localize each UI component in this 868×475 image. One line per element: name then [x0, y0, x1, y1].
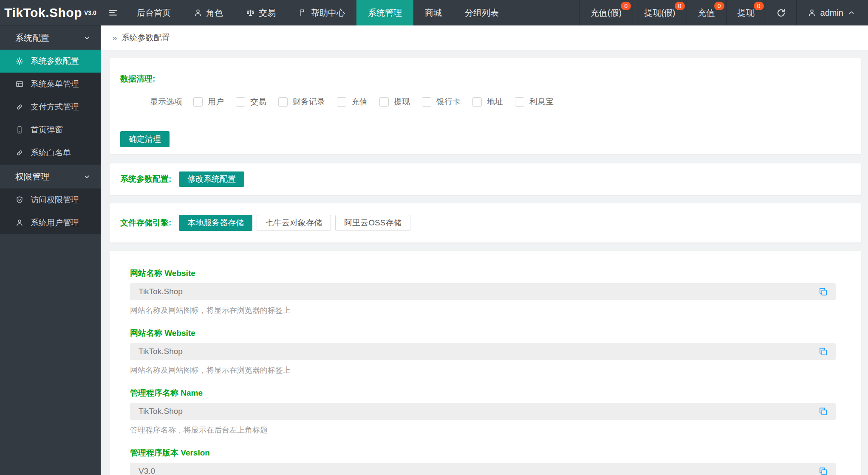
storage-engine-card: 文件存储引擎: 本地服务器存储 七牛云对象存储 阿里云OSS存储: [109, 203, 862, 243]
user-icon: [194, 8, 202, 17]
sidebar-section-system-config[interactable]: 系统配置: [0, 25, 101, 50]
copy-icon[interactable]: [818, 287, 828, 297]
flag-icon: [299, 8, 307, 17]
sidebar-item-access-permission-management[interactable]: 访问权限管理: [0, 188, 101, 211]
gear-icon: [15, 57, 24, 65]
link-icon: [15, 103, 24, 111]
sidebar-item-payment-method-management[interactable]: 支付方式管理: [0, 96, 101, 118]
menu-grid-icon: [15, 80, 24, 88]
options-label: 显示选项: [150, 96, 182, 107]
admin-version-input[interactable]: [130, 463, 836, 475]
sidebar-section-permission-items: 访问权限管理 系统用户管理: [0, 188, 101, 234]
withdraw-button[interactable]: 提现 0: [726, 0, 766, 25]
field-help-text: 管理程序名称，将显示在后台左上角标题: [130, 425, 836, 435]
breadcrumb-chevrons-icon: »: [112, 33, 117, 43]
field-help-text: 网站名称及网站图标，将显示在浏览器的标签上: [130, 365, 836, 375]
storage-aliyun-oss-button[interactable]: 阿里云OSS存储: [335, 215, 410, 231]
nav-item-group-list[interactable]: 分组列表: [453, 0, 510, 25]
nav-item-system-management[interactable]: 系统管理: [356, 0, 413, 25]
field-help-text: 网站名称及网站图标，将显示在浏览器的标签上: [130, 305, 836, 315]
phone-icon: [15, 126, 24, 134]
sidebar-item-home-popup[interactable]: 首页弹窗: [0, 118, 101, 141]
recharge-count-badge: 0: [714, 2, 724, 10]
hamburger-icon: [108, 8, 118, 18]
app-title: TikTok.Shop: [4, 6, 82, 20]
nav-item-mall[interactable]: 商城: [413, 0, 453, 25]
input-wrap: [130, 463, 836, 475]
checkbox-bank-card[interactable]: 银行卡: [422, 96, 461, 107]
checkbox-trades[interactable]: 交易: [236, 96, 266, 107]
app-logo: TikTok.Shop V3.0: [0, 0, 101, 25]
input-wrap: [130, 283, 836, 300]
recharge-fake-button[interactable]: 充值(假) 0: [579, 0, 633, 25]
field-label: 管理程序名称 Name: [130, 388, 836, 399]
content-area: 数据清理: 显示选项 用户 交易 财务记录: [101, 50, 868, 475]
chevron-down-icon: [83, 34, 90, 42]
sidebar: 系统配置 系统参数配置 系统菜单管理 支付: [0, 25, 101, 475]
copy-icon[interactable]: [818, 467, 828, 475]
confirm-cleanup-button[interactable]: 确定清理: [120, 131, 170, 147]
checkbox-box[interactable]: [379, 97, 389, 107]
topbar-right: 充值(假) 0 提现(假) 0 充值 0 提现 0 admin: [579, 0, 868, 25]
recharge-button[interactable]: 充值 0: [687, 0, 726, 25]
checkbox-financial-records[interactable]: 财务记录: [278, 96, 325, 107]
checkbox-box[interactable]: [422, 97, 431, 107]
checkbox-interest-treasure[interactable]: 利息宝: [515, 96, 554, 107]
checkbox-box[interactable]: [193, 97, 203, 107]
cleanup-options-row: 显示选项 用户 交易 财务记录 充值: [150, 96, 851, 107]
topbar: TikTok.Shop V3.0 后台首页 角色 交易 帮助中心: [0, 0, 868, 25]
website-name-input-2[interactable]: [130, 343, 836, 360]
withdraw-count-badge: 0: [754, 2, 764, 10]
nav-item-trades[interactable]: 交易: [235, 0, 287, 25]
checkbox-recharge[interactable]: 充值: [337, 96, 368, 107]
website-name-input-1[interactable]: [130, 283, 836, 300]
nav-item-help-center[interactable]: 帮助中心: [287, 0, 356, 25]
storage-engine-options: 本地服务器存储 七牛云对象存储 阿里云OSS存储: [179, 215, 410, 231]
checkbox-box[interactable]: [337, 97, 346, 107]
copy-icon[interactable]: [818, 407, 828, 416]
field-admin-version: 管理程序版本 Version 管理程序版本，将显示在后台左上角标题: [130, 447, 836, 475]
scales-icon: [246, 8, 255, 17]
checkbox-address[interactable]: 地址: [472, 96, 503, 107]
sidebar-item-system-whitelist[interactable]: 系统白名单: [0, 141, 101, 164]
withdraw-fake-button[interactable]: 提现(假) 0: [633, 0, 686, 25]
user-icon: [808, 8, 816, 17]
admin-name-input[interactable]: [130, 403, 836, 420]
sidebar-section-permission-management[interactable]: 权限管理: [0, 164, 101, 188]
recharge-fake-count-badge: 0: [621, 2, 631, 10]
refresh-icon: [776, 8, 786, 18]
sidebar-toggle-button[interactable]: [101, 0, 125, 25]
breadcrumb: » 系统参数配置: [101, 25, 868, 50]
nav-item-roles[interactable]: 角色: [182, 0, 235, 25]
refresh-button[interactable]: [766, 0, 796, 25]
modify-system-config-button[interactable]: 修改系统配置: [179, 171, 244, 187]
system-param-config-card: 系统参数配置: 修改系统配置: [109, 163, 862, 195]
checkbox-box[interactable]: [472, 97, 482, 107]
checkbox-box[interactable]: [278, 97, 288, 107]
withdraw-fake-count-badge: 0: [675, 2, 685, 10]
field-label: 管理程序版本 Version: [130, 447, 836, 458]
nav-item-dashboard[interactable]: 后台首页: [125, 0, 182, 25]
checkbox-withdraw[interactable]: 提现: [379, 96, 410, 107]
user-menu[interactable]: admin: [796, 0, 868, 25]
checkbox-users[interactable]: 用户: [193, 96, 224, 107]
sidebar-item-system-param-config[interactable]: 系统参数配置: [0, 50, 101, 73]
checkbox-box[interactable]: [236, 97, 245, 107]
link-icon: [15, 149, 24, 157]
system-param-config-label: 系统参数配置:: [120, 174, 171, 185]
storage-local-server-button[interactable]: 本地服务器存储: [179, 215, 252, 231]
field-website-name-1: 网站名称 Website 网站名称及网站图标，将显示在浏览器的标签上: [130, 268, 836, 315]
app-version: V3.0: [84, 9, 96, 16]
main-content: » 系统参数配置 数据清理: 显示选项 用户 交易: [101, 25, 868, 475]
sidebar-item-system-user-management[interactable]: 系统用户管理: [0, 211, 101, 234]
input-wrap: [130, 403, 836, 420]
copy-icon[interactable]: [818, 347, 828, 357]
chevron-up-icon: [848, 9, 855, 17]
storage-qiniu-button[interactable]: 七牛云对象存储: [257, 215, 331, 231]
data-cleanup-card: 数据清理: 显示选项 用户 交易 财务记录: [109, 58, 862, 155]
breadcrumb-label: 系统参数配置: [122, 32, 170, 43]
field-label: 网站名称 Website: [130, 268, 836, 279]
field-admin-name: 管理程序名称 Name 管理程序名称，将显示在后台左上角标题: [130, 388, 836, 435]
checkbox-box[interactable]: [515, 97, 524, 107]
sidebar-item-system-menu-management[interactable]: 系统菜单管理: [0, 73, 101, 96]
